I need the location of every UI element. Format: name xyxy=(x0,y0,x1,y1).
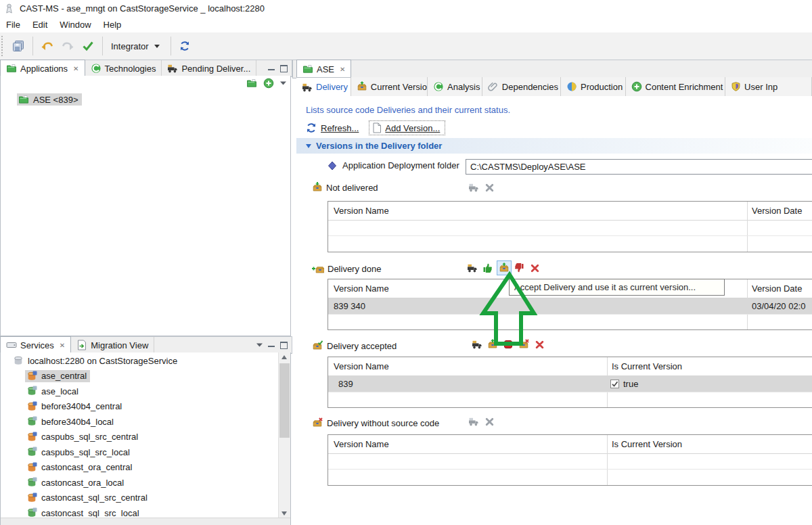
selected-row[interactable] xyxy=(328,376,812,392)
version-date-cell[interactable]: 03/04/20 02:0 xyxy=(752,298,806,314)
tab-migration-view-label: Migration View xyxy=(91,340,148,350)
view-tab-label: Content Enrichment xyxy=(646,82,723,92)
delivery-accepted-table[interactable]: Version Name Is Current Version 839 true xyxy=(328,357,812,408)
scrollbar-thumb[interactable] xyxy=(279,363,290,438)
profile-dropdown-icon[interactable] xyxy=(154,45,160,48)
validate-icon[interactable] xyxy=(82,41,94,51)
group-label: Delivery without source code xyxy=(327,418,439,428)
column-header[interactable]: Version Name xyxy=(334,435,389,453)
undo-icon[interactable] xyxy=(41,40,54,52)
profile-selector-value[interactable]: Integrator xyxy=(111,41,149,51)
maximize-icon[interactable] xyxy=(280,342,288,349)
tree-item-ase_local[interactable]: ase_local xyxy=(25,385,82,397)
menu-edit[interactable]: Edit xyxy=(26,18,53,32)
editor-tabstrip: ASE ✕ xyxy=(292,60,812,78)
column-header[interactable]: Version Name xyxy=(334,357,389,375)
toolbar-drag-handle[interactable] xyxy=(1,36,5,56)
migration-view-icon xyxy=(76,340,87,350)
title-bar: CAST-MS - ase_mngt on CastStorageService… xyxy=(0,0,812,16)
tree-item-castoncast_ora_local[interactable]: castoncast_ora_local xyxy=(25,476,127,488)
version-name-cell[interactable]: 839 xyxy=(338,376,353,392)
tree-item-caspubs_sql_src_central[interactable]: caspubs_sql_src_central xyxy=(25,431,141,443)
column-header[interactable]: Version Date xyxy=(752,279,802,298)
delivery-without-source-icon xyxy=(312,417,323,428)
scroll-down-icon[interactable] xyxy=(281,511,287,516)
group-label: Not delivered xyxy=(326,183,378,193)
new-application-icon[interactable] xyxy=(246,78,257,89)
group-label: Delivery accepted xyxy=(327,341,397,351)
tab-pending-deliveries[interactable]: Pending Deliver... xyxy=(162,60,256,76)
applications-local-toolbar xyxy=(246,78,286,89)
collapse-icon[interactable] xyxy=(306,144,311,148)
tree-item-ase_central[interactable]: ase_central xyxy=(25,370,90,382)
section-versions-header[interactable]: Versions in the Delivery folder xyxy=(296,138,812,154)
tree-item-castoncast_sql_src_central[interactable]: castoncast_sql_src_central xyxy=(25,492,151,504)
tab-close-icon[interactable]: ✕ xyxy=(73,65,78,72)
add-version-button[interactable]: Add Version... xyxy=(369,120,445,135)
view-tab-production[interactable]: Production xyxy=(561,77,626,96)
tab-applications[interactable]: Applications ✕ xyxy=(0,60,85,77)
view-tab-current-version[interactable]: Current Version xyxy=(351,77,428,96)
group-label: Delivery done xyxy=(328,264,382,274)
deliver-version-icon[interactable] xyxy=(467,181,480,194)
tree-item-before340b4_central[interactable]: before340b4_central xyxy=(25,401,125,413)
horizontal-scrollbar[interactable] xyxy=(1,518,290,525)
services-icon xyxy=(6,340,17,350)
deployment-folder-input[interactable]: C:\CASTMS\DeployASE\ASE xyxy=(466,159,812,175)
not-delivered-table[interactable]: Version Name Version Date xyxy=(328,201,812,252)
tree-item-ase[interactable]: ASE <839> xyxy=(17,93,82,106)
column-header[interactable]: Version Date xyxy=(752,202,802,220)
editor-tab-ase[interactable]: ASE ✕ xyxy=(296,60,351,78)
tab-close-icon[interactable]: ✕ xyxy=(340,66,345,73)
tab-technologies[interactable]: Technologies xyxy=(85,60,162,76)
tab-services[interactable]: Services ✕ xyxy=(0,336,71,354)
view-tab-content-enrichment[interactable]: Content Enrichment xyxy=(626,77,726,96)
tree-item-castoncast_sql_src_local[interactable]: castoncast_sql_src_local xyxy=(25,507,143,518)
minimize-icon[interactable] xyxy=(268,67,275,70)
column-header[interactable]: Version Name xyxy=(334,279,389,298)
column-header[interactable]: Is Current Version xyxy=(612,435,682,453)
delete-version-icon[interactable] xyxy=(482,181,496,194)
paperclip-icon xyxy=(488,81,499,92)
column-header[interactable]: Version Name xyxy=(334,202,389,220)
menu-file[interactable]: File xyxy=(0,18,26,32)
services-scrollbar[interactable] xyxy=(278,352,290,518)
menu-help[interactable]: Help xyxy=(97,18,128,32)
tab-close-icon[interactable]: ✕ xyxy=(60,342,65,349)
toolbar-refresh-icon[interactable] xyxy=(179,41,190,51)
database-icon xyxy=(26,507,37,518)
view-tab-analysis[interactable]: Analysis xyxy=(428,77,482,96)
delivery-done-icon xyxy=(312,263,324,274)
scroll-up-icon[interactable] xyxy=(281,355,287,359)
delivery-without-source-table[interactable]: Version Name Is Current Version xyxy=(328,434,812,486)
refresh-icon[interactable] xyxy=(306,122,317,133)
column-header[interactable]: Is Current Version xyxy=(612,357,682,375)
tree-item-server[interactable]: localhost:2280 on CastStorageService xyxy=(12,355,181,367)
view-menu-icon[interactable] xyxy=(280,81,286,85)
tree-item-castoncast_ora_central[interactable]: castoncast_ora_central xyxy=(25,461,135,474)
tree-item-label: castoncast_sql_src_central xyxy=(41,493,148,503)
checkbox-checked-icon[interactable] xyxy=(610,380,619,388)
redo-icon[interactable] xyxy=(61,40,74,52)
tree-item-ase-label: ASE <839> xyxy=(33,95,78,105)
tab-migration-view[interactable]: Migration View xyxy=(71,337,154,353)
refresh-link[interactable]: Refresh... xyxy=(321,123,359,133)
truck-grey-icon xyxy=(468,182,479,193)
editor-tab-ase-label: ASE xyxy=(317,64,334,74)
tree-item-before340b4_local[interactable]: before340b4_local xyxy=(25,415,117,428)
view-tab-delivery[interactable]: Delivery xyxy=(296,77,351,96)
view-menu-icon[interactable] xyxy=(256,343,263,347)
menu-window[interactable]: Window xyxy=(53,18,97,32)
save-all-icon[interactable] xyxy=(12,40,24,52)
add-application-icon[interactable] xyxy=(263,78,274,89)
deliver-version-icon[interactable] xyxy=(466,261,479,275)
tree-item-caspubs_sql_src_local[interactable]: caspubs_sql_src_local xyxy=(25,446,133,458)
selected-row[interactable] xyxy=(328,298,812,314)
minimize-icon[interactable] xyxy=(268,344,275,347)
view-tab-user-inp[interactable]: User Inp xyxy=(725,77,812,96)
maximize-icon[interactable] xyxy=(280,65,288,72)
deliver-version-icon[interactable] xyxy=(467,415,480,428)
view-tab-dependencies[interactable]: Dependencies xyxy=(482,77,561,96)
delete-version-icon[interactable] xyxy=(482,415,496,428)
version-name-cell[interactable]: 839 340 xyxy=(334,298,365,314)
